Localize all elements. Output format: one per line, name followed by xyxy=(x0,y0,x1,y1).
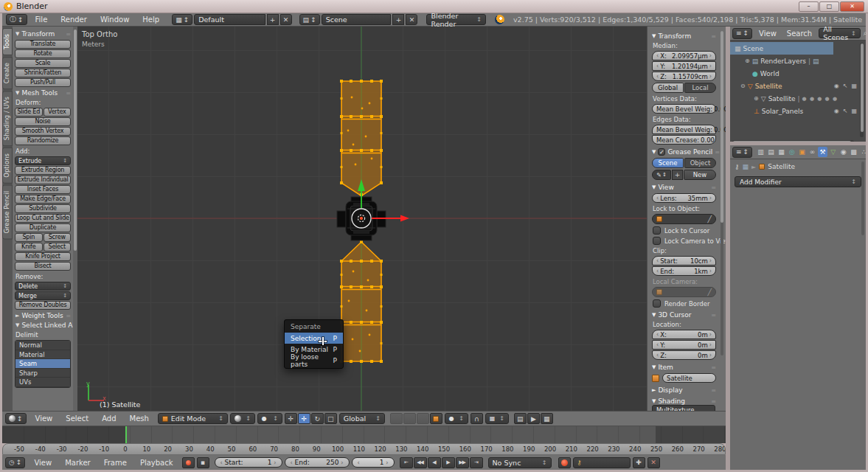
playback-button[interactable]: ⇥ xyxy=(470,457,483,468)
local-toggle[interactable]: Local xyxy=(684,83,716,93)
decrement-icon[interactable]: ‹ xyxy=(656,257,659,264)
lock-button[interactable]: ▪ xyxy=(197,457,209,468)
tab-grease-pencil[interactable]: Grease Pencil xyxy=(2,185,13,240)
cursor-z-field[interactable]: ‹Z:0m› xyxy=(652,350,716,360)
screw-button[interactable]: Screw xyxy=(44,233,72,242)
delimit-option[interactable]: Seam xyxy=(15,359,70,369)
tool-button[interactable]: Push/Pull xyxy=(15,78,71,87)
gp-scene-toggle[interactable]: Scene xyxy=(652,158,684,168)
pin-icon[interactable]: ⚷ xyxy=(735,163,740,170)
shading-mode-dropdown[interactable]: Multitexture xyxy=(652,405,715,411)
viewport-shading-select[interactable]: ↕ xyxy=(230,413,255,424)
manipulator-toggle-button[interactable]: ✛ xyxy=(285,413,297,424)
renderability-icon[interactable]: ▦ xyxy=(851,108,857,114)
auto-keyframe-button[interactable] xyxy=(182,457,195,468)
scenes-filter-select[interactable]: All Scenes↕ xyxy=(819,28,861,38)
outliner-row-satellite[interactable]: ⊖ ▽ Satellite ◉ ↖ ▦ xyxy=(730,80,866,92)
sync-mode-select[interactable]: No Sync↕ xyxy=(488,457,552,468)
menu-item[interactable]: Render xyxy=(54,15,94,24)
frame-start-field[interactable]: ‹ Start:1 › xyxy=(215,457,282,468)
snap-element-select[interactable]: ▦↕ xyxy=(485,413,509,424)
panel-header-mesh-tools[interactable]: ▼Mesh Tools≡ xyxy=(15,89,71,97)
tool-button[interactable]: Inset Faces xyxy=(15,185,71,194)
gp-draw-mode-button[interactable]: ✎↕ xyxy=(652,170,671,180)
scene-name-field[interactable]: Scene xyxy=(322,14,392,25)
tool-button[interactable]: Knife Project xyxy=(15,252,71,261)
mean-bevel-weight-field[interactable]: Mean Bevel Weig:0.00 xyxy=(652,104,716,114)
delimit-option[interactable]: Sharp xyxy=(15,369,70,378)
lock-object-field[interactable]: ╱ xyxy=(652,214,716,224)
remove-doubles-button[interactable]: Remove Doubles xyxy=(15,301,71,310)
decrement-icon[interactable]: ‹ xyxy=(656,268,659,274)
delimit-option[interactable]: Normal xyxy=(15,341,70,350)
tab-constraints[interactable]: ∞ xyxy=(808,147,817,157)
tab-modifiers[interactable]: ⚒ xyxy=(818,147,827,157)
menu-item[interactable]: Frame xyxy=(97,459,133,467)
cursor-y-field[interactable]: ‹Y:0m› xyxy=(652,340,716,350)
gp-object-toggle[interactable]: Object xyxy=(684,158,716,168)
outliner-row-renderlayers[interactable]: ⊕ ▤ RenderLayers | ▤ xyxy=(730,55,866,67)
render-engine-select[interactable]: Blender Render↕ xyxy=(426,14,485,25)
orientation-select[interactable]: Global↕ xyxy=(339,413,385,424)
spin-button[interactable]: Spin xyxy=(15,233,43,242)
render-border-checkbox[interactable] xyxy=(653,299,661,308)
mode-select[interactable]: Edit Mode↕ xyxy=(158,413,228,424)
increment-icon[interactable]: › xyxy=(274,459,276,466)
outliner-row-satellite-mesh[interactable]: ⊕ ▽ Satellite | ● ● ● ● ● xyxy=(730,92,866,105)
playback-button[interactable]: ◀ xyxy=(428,457,441,468)
visibility-eye-icon[interactable]: ◉ xyxy=(834,108,839,114)
increment-icon[interactable]: › xyxy=(709,63,712,69)
snap-toggle-button[interactable]: ∩ xyxy=(471,413,483,424)
delimit-option[interactable]: Material xyxy=(15,350,70,360)
tool-button[interactable]: Smooth Vertex xyxy=(15,127,71,136)
lock-camera-checkbox[interactable] xyxy=(653,237,661,245)
increment-icon[interactable]: › xyxy=(709,195,712,201)
outliner-row-scene[interactable]: ▦ Scene xyxy=(730,42,866,55)
delete-dropdown[interactable]: Delete↕ xyxy=(15,282,71,291)
timeline-track[interactable] xyxy=(2,426,726,443)
menu-item[interactable]: Marker xyxy=(58,459,97,467)
tool-button[interactable]: Randomize xyxy=(15,136,71,145)
tool-button[interactable]: Extrude Region xyxy=(15,166,71,175)
tab-create[interactable]: Create xyxy=(2,57,13,89)
minimize-button[interactable]: – xyxy=(799,1,819,12)
tool-button[interactable]: Subdivide xyxy=(15,204,71,213)
decrement-icon[interactable]: ‹ xyxy=(656,52,659,59)
occlude-geometry-button[interactable] xyxy=(430,413,442,424)
panel-header-shading[interactable]: ▼Shading≡ xyxy=(652,398,716,405)
layer-button[interactable] xyxy=(417,413,429,424)
tab-texture[interactable]: ▩ xyxy=(849,147,858,157)
lock-to-cursor-row[interactable]: Lock to Cursor xyxy=(653,226,716,235)
current-frame-field[interactable]: ‹1 › xyxy=(352,457,395,468)
eyedropper-icon[interactable]: ╱ xyxy=(708,288,712,296)
menu-item[interactable]: Add xyxy=(95,414,122,423)
outliner-vscrollbar[interactable] xyxy=(860,43,864,137)
tool-button[interactable]: Rotate xyxy=(15,49,71,58)
editor-type-properties-button[interactable]: ≡↕ xyxy=(732,147,752,158)
menu-item[interactable]: File xyxy=(29,15,55,24)
increment-icon[interactable]: › xyxy=(709,352,712,358)
knife-button[interactable]: Knife xyxy=(15,243,43,251)
menu-item[interactable]: View xyxy=(27,459,58,467)
tab-object-data[interactable]: ▽ xyxy=(828,147,838,157)
increment-icon[interactable]: › xyxy=(709,268,712,274)
lock-camera-row[interactable]: Lock Camera to View xyxy=(653,237,716,245)
scene-icon-button[interactable]: ▤↕ xyxy=(299,14,320,25)
tool-button[interactable]: Translate xyxy=(15,40,71,49)
opengl-render-anim-button[interactable]: ▶ xyxy=(527,413,540,424)
keying-set-field[interactable]: ⚷ xyxy=(573,457,631,468)
grease-pencil-checkbox[interactable]: ✓ xyxy=(658,148,665,156)
decrement-icon[interactable]: ‹ xyxy=(656,352,659,358)
tool-button[interactable]: Noise xyxy=(15,117,71,126)
decrement-icon[interactable]: ‹ xyxy=(656,73,659,80)
panel-header-select-linked[interactable]: ▼Select Linked All xyxy=(15,322,71,329)
timeline-ruler[interactable]: -50-40-30-20-100102030405060708090100110… xyxy=(2,443,726,455)
increment-icon[interactable]: › xyxy=(709,331,712,338)
add-modifier-dropdown[interactable]: Add Modifier ↕ xyxy=(735,176,861,187)
tab-render-layers[interactable]: ▤ xyxy=(766,147,776,157)
increment-icon[interactable]: › xyxy=(341,459,343,466)
menu-item[interactable]: View xyxy=(754,30,782,38)
outliner-row-world[interactable]: ● World xyxy=(730,67,866,80)
translate-manipulator-button[interactable]: ✛ xyxy=(298,413,310,424)
rotate-manipulator-button[interactable]: ↻ xyxy=(311,413,324,424)
